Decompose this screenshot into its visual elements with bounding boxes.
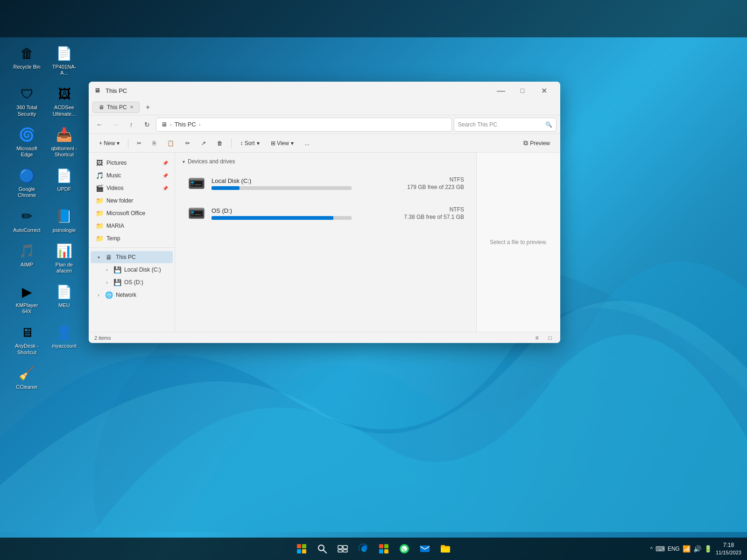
myaccount-icon[interactable]: 👤 myaccount bbox=[47, 321, 82, 357]
drive-d-item[interactable]: OS (D:) NTFS 7.38 GB free of 57.1 GB bbox=[183, 200, 469, 226]
tp401na-icon[interactable]: 📄 TP401NA-A... bbox=[47, 42, 82, 78]
ms-edge-desktop-icon[interactable]: 🌀 Microsoft Edge bbox=[9, 124, 44, 160]
search-taskbar-button[interactable] bbox=[313, 539, 331, 558]
aimp-icon[interactable]: 🎵 AIMP bbox=[9, 240, 44, 276]
window-controls: — □ ✕ bbox=[490, 83, 555, 98]
toolbar-sep-1 bbox=[128, 139, 128, 148]
temp-label: Temp bbox=[106, 235, 120, 242]
more-icon: ... bbox=[305, 140, 310, 147]
music-label: Music bbox=[106, 172, 121, 179]
file-explorer-taskbar-button[interactable] bbox=[436, 539, 455, 558]
clock[interactable]: 7:18 11/15/2023 bbox=[716, 542, 741, 556]
maria-icon: 📁 bbox=[95, 222, 104, 230]
qbittorrent-icon[interactable]: 📥 qbittorrent - Shortcut bbox=[47, 124, 82, 160]
new-tab-button[interactable]: + bbox=[141, 102, 155, 113]
tree-this-pc[interactable]: ▾ 🖥 This PC bbox=[91, 251, 173, 263]
taskbar: ^ ⌨ ENG 📶 🔊 🔋 7:18 11/15/2023 bbox=[0, 538, 747, 560]
tree-local-disk-c[interactable]: › 💾 Local Disk (C:) bbox=[91, 264, 173, 276]
svg-rect-25 bbox=[379, 549, 383, 553]
copy-button[interactable]: ⎘ bbox=[148, 138, 161, 148]
back-button[interactable]: ← bbox=[92, 118, 106, 131]
sidebar-item-ms-office[interactable]: 📁 Microsoft Office bbox=[91, 207, 173, 219]
drive-d-name: OS (D:) bbox=[211, 207, 388, 214]
tray-chevron[interactable]: ^ bbox=[650, 546, 653, 552]
preview-button[interactable]: ⧉ Preview bbox=[519, 137, 555, 149]
edge-taskbar-button[interactable] bbox=[354, 539, 373, 558]
whatsapp-taskbar-button[interactable] bbox=[395, 539, 414, 558]
sidebar-item-music[interactable]: 🎵 Music 📌 bbox=[91, 169, 173, 182]
tree-pc-icon: 🖥 bbox=[105, 253, 113, 261]
refresh-button[interactable]: ↻ bbox=[140, 118, 154, 131]
path-arrow: › bbox=[199, 122, 201, 127]
svg-rect-15 bbox=[297, 549, 301, 553]
list-view-button[interactable]: ≡ bbox=[532, 333, 542, 343]
drive-c-name: Local Disk (C:) bbox=[211, 177, 388, 184]
autocorrect-icon[interactable]: ✏ AutoCorrect bbox=[9, 205, 44, 235]
status-right: ≡ □ bbox=[532, 333, 555, 343]
maximize-button[interactable]: □ bbox=[512, 83, 533, 98]
volume-icon[interactable]: 🔊 bbox=[693, 545, 701, 553]
temp-icon: 📁 bbox=[95, 234, 104, 243]
tree-c-label: Local Disk (C:) bbox=[124, 266, 161, 273]
meu-icon[interactable]: 📄 MEU bbox=[47, 280, 82, 316]
new-button[interactable]: + New ▾ bbox=[94, 138, 124, 148]
svg-rect-21 bbox=[338, 550, 342, 552]
plan-afaceri-icon[interactable]: 📊 Plan de afaceri bbox=[47, 240, 82, 276]
chrome-icon[interactable]: 🔵 Google Chrome bbox=[9, 164, 44, 200]
nav-bar: ← → ↑ ↻ 🖥 › This PC › Search This PC 🔍 bbox=[89, 115, 560, 134]
svg-rect-28 bbox=[420, 546, 430, 552]
tree-d-label: OS (D:) bbox=[124, 279, 143, 286]
paste-button[interactable]: 📋 bbox=[162, 138, 179, 148]
360-security-icon[interactable]: 🛡 360 Total Security bbox=[9, 83, 44, 119]
drive-c-item[interactable]: Local Disk (C:) NTFS 179 GB free of 223 … bbox=[183, 170, 469, 196]
sidebar-item-new-folder[interactable]: 📁 New folder bbox=[91, 195, 173, 207]
tab-close-button[interactable]: ✕ bbox=[130, 105, 134, 110]
lang-label[interactable]: ENG bbox=[668, 546, 680, 552]
anydesk-icon[interactable]: 🖥 AnyDesk - Shortcut bbox=[9, 321, 44, 357]
close-button[interactable]: ✕ bbox=[533, 83, 555, 98]
sidebar-item-pictures[interactable]: 🖼 Pictures 📌 bbox=[91, 157, 173, 169]
up-button[interactable]: ↑ bbox=[124, 118, 138, 131]
taskview-button[interactable] bbox=[333, 539, 352, 558]
kmplayer-icon[interactable]: ▶ KMPlayer 64X bbox=[9, 280, 44, 316]
updf-icon[interactable]: 📄 UPDF bbox=[47, 164, 82, 200]
file-area: ▾ Devices and drives bbox=[175, 153, 560, 332]
copy-icon: ⎘ bbox=[153, 140, 156, 147]
svg-rect-11 bbox=[191, 214, 194, 215]
grid-view-button[interactable]: □ bbox=[545, 333, 555, 343]
sort-button[interactable]: ↕ Sort ▾ bbox=[235, 138, 264, 148]
more-button[interactable]: ... bbox=[300, 138, 314, 148]
taskbar-right: ^ ⌨ ENG 📶 🔊 🔋 7:18 11/15/2023 bbox=[650, 542, 741, 556]
tab-this-pc[interactable]: 🖥 This PC ✕ bbox=[92, 102, 140, 113]
cut-button[interactable]: ✂ bbox=[132, 138, 146, 148]
battery-icon[interactable]: 🔋 bbox=[704, 545, 712, 553]
svg-rect-8 bbox=[189, 208, 204, 210]
tree-network[interactable]: › 🌐 Network bbox=[91, 289, 173, 301]
rename-button[interactable]: ✏ bbox=[181, 138, 195, 148]
address-bar[interactable]: 🖥 › This PC › bbox=[156, 118, 452, 132]
new-folder-label: New folder bbox=[106, 197, 133, 204]
store-taskbar-button[interactable] bbox=[374, 539, 393, 558]
acdsee-icon[interactable]: 🖼 ACDSee Ultimate... bbox=[47, 83, 82, 119]
search-bar[interactable]: Search This PC 🔍 bbox=[454, 118, 557, 132]
start-button[interactable] bbox=[292, 539, 311, 558]
forward-button[interactable]: → bbox=[108, 118, 122, 131]
share-button[interactable]: ↗ bbox=[197, 138, 211, 148]
sidebar-item-temp[interactable]: 📁 Temp bbox=[91, 232, 173, 245]
search-placeholder: Search This PC bbox=[458, 121, 497, 128]
view-button[interactable]: ⊞ View ▾ bbox=[266, 138, 298, 148]
drive-c-fs: NTFS bbox=[450, 176, 464, 183]
devices-section-header[interactable]: ▾ Devices and drives bbox=[183, 158, 469, 165]
sidebar-item-videos[interactable]: 🎬 Videos 📌 bbox=[91, 182, 173, 194]
wifi-icon[interactable]: 📶 bbox=[683, 545, 691, 553]
drive-d-fs: NTFS bbox=[450, 206, 464, 213]
ccleaner-icon[interactable]: 🧹 CCleaner bbox=[9, 362, 44, 392]
mail-taskbar-button[interactable] bbox=[416, 539, 434, 558]
psinologie-icon[interactable]: 📘 psinologie bbox=[47, 205, 82, 235]
delete-button[interactable]: 🗑 bbox=[212, 138, 227, 148]
sidebar-item-maria[interactable]: 📁 MARIA bbox=[91, 220, 173, 232]
recycle-bin-icon[interactable]: 🗑 Recycle Bin bbox=[9, 42, 44, 78]
minimize-button[interactable]: — bbox=[490, 83, 512, 98]
keyboard-icon[interactable]: ⌨ bbox=[655, 545, 665, 553]
tree-os-d[interactable]: › 💾 OS (D:) bbox=[91, 276, 173, 288]
